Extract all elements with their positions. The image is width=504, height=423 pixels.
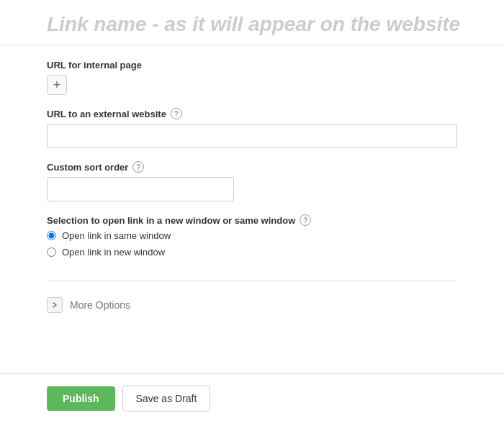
sort-order-label: Custom sort order ? xyxy=(47,161,457,173)
radio-new-window[interactable]: Open link in new window xyxy=(47,247,457,258)
more-options-row[interactable]: More Options xyxy=(47,291,457,319)
section-divider xyxy=(47,281,457,281)
radio-same-window[interactable]: Open link in same window xyxy=(47,230,457,241)
publish-button[interactable]: Publish xyxy=(47,386,115,411)
window-selection-group: Selection to open link in a new window o… xyxy=(47,214,457,258)
page-container: URL for internal page + URL to an extern… xyxy=(0,0,504,423)
chevron-right-icon[interactable] xyxy=(47,297,63,313)
window-selection-help-icon[interactable]: ? xyxy=(300,214,311,226)
title-area xyxy=(0,0,504,45)
sort-order-input[interactable] xyxy=(47,177,234,201)
sort-order-group: Custom sort order ? xyxy=(47,161,457,201)
sort-order-help-icon[interactable]: ? xyxy=(132,161,144,173)
footer-actions: Publish Save as Draft xyxy=(0,374,504,423)
window-selection-label: Selection to open link in a new window o… xyxy=(47,214,457,226)
save-draft-button[interactable]: Save as Draft xyxy=(122,386,211,411)
url-external-label: URL to an external website ? xyxy=(47,108,457,119)
url-external-help-icon[interactable]: ? xyxy=(171,108,182,119)
more-options-label: More Options xyxy=(70,299,130,311)
window-radio-group: Open link in same window Open link in ne… xyxy=(47,230,457,258)
link-name-input[interactable] xyxy=(47,13,490,36)
url-internal-label: URL for internal page xyxy=(47,60,457,70)
url-internal-group: URL for internal page + xyxy=(47,60,457,95)
radio-same-window-input[interactable] xyxy=(47,231,56,240)
url-external-input[interactable] xyxy=(47,124,457,148)
add-internal-url-button[interactable]: + xyxy=(47,75,67,95)
radio-new-window-input[interactable] xyxy=(47,247,56,257)
url-external-group: URL to an external website ? xyxy=(47,108,457,148)
content-area: URL for internal page + URL to an extern… xyxy=(0,45,504,366)
